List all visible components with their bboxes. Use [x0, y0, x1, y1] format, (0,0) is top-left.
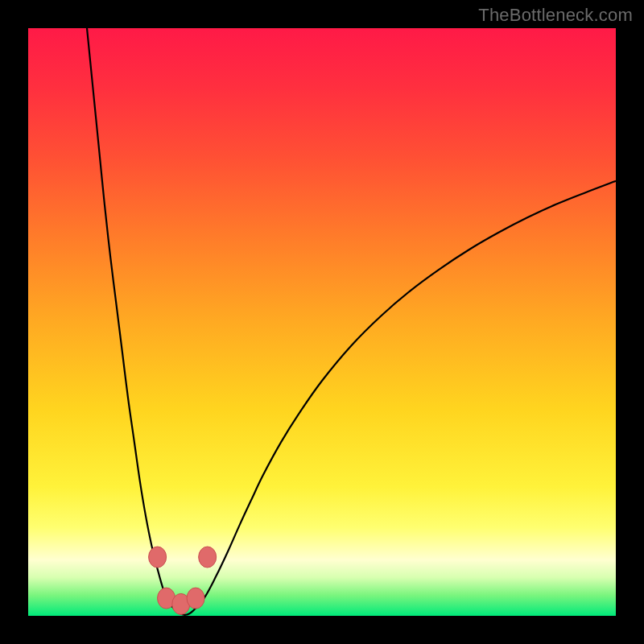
curve-markers	[149, 547, 217, 614]
bottleneck-curve	[87, 28, 616, 615]
curve-marker	[199, 547, 217, 568]
plot-area	[28, 28, 616, 616]
curve-marker	[187, 588, 204, 609]
curve-layer	[28, 28, 616, 616]
watermark-text: TheBottleneck.com	[478, 5, 633, 26]
chart-frame: TheBottleneck.com	[0, 0, 644, 644]
curve-marker	[149, 547, 167, 568]
